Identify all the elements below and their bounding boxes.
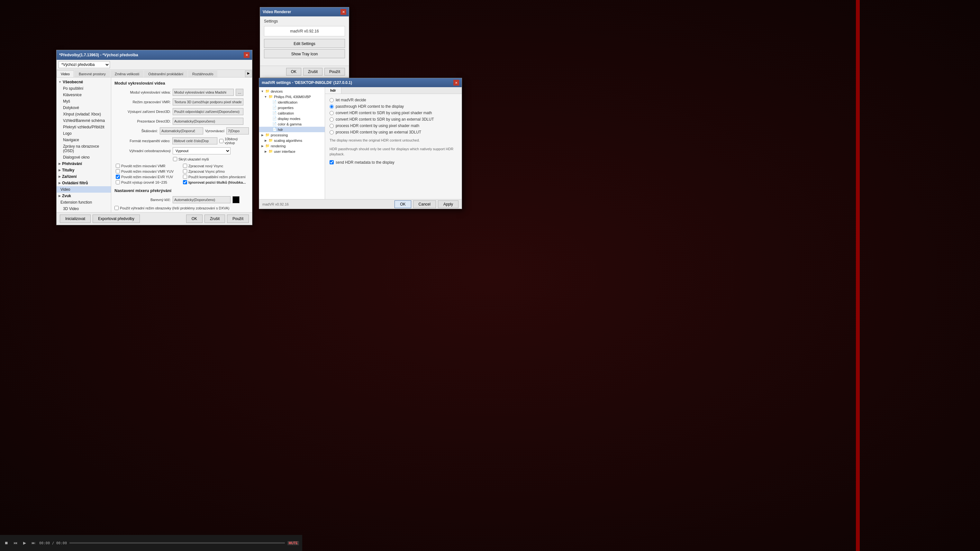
init-button[interactable]: Inicializovat	[60, 215, 91, 223]
madvr-ok-button[interactable]: OK	[395, 201, 411, 208]
sidebar-item-xinput[interactable]: XInput (ovladač Xbox)	[57, 111, 111, 118]
sidebar-item-3dvideo[interactable]: 3D Video	[57, 205, 111, 212]
radio-convert-shader-input[interactable]	[329, 111, 334, 115]
vr-apply-button[interactable]: Použít	[325, 68, 345, 76]
tree-item-scaling[interactable]: ▶ 📁 scaling algorithms	[259, 138, 325, 143]
cb-evr-yuv[interactable]: Povolit režim mixování EVR YUV	[116, 175, 182, 179]
send-hdr-checkbox[interactable]	[329, 160, 334, 164]
sidebar-item-vzhled[interactable]: Vzhled/Barevné schéma	[57, 118, 111, 124]
radio-let-madvr[interactable]: let madVR decide	[329, 98, 457, 102]
output-10bit-label[interactable]: 10bitový výstup	[219, 137, 249, 145]
send-hdr-option[interactable]: send HDR metadata to the display	[329, 160, 457, 165]
cb-output-level[interactable]: Použít výstup úrovně 16~235	[116, 180, 182, 184]
tree-item-processing[interactable]: ▶ 📁 processing	[259, 132, 325, 138]
tree-item-properties[interactable]: 📄 properties	[259, 105, 325, 110]
cb-vmr[interactable]: Povolit režim mixování VMR	[116, 164, 182, 168]
tree-item-hdr[interactable]: 📄 hdr	[259, 127, 325, 132]
tab-nav-arrow[interactable]: ▶	[245, 70, 252, 77]
sidebar-item-ovladani[interactable]: ▶ Ovládání filtrů	[57, 180, 111, 186]
radio-process-3dlut[interactable]: process HDR content by using an external…	[329, 130, 457, 134]
madvr-cancel-button[interactable]: Cancel	[413, 201, 436, 208]
dxva-checkbox[interactable]	[115, 206, 119, 210]
cb-ignore-pos[interactable]: Ignorovat pozici titulků (hloubka...	[183, 180, 249, 184]
cb-vmr-checkbox[interactable]	[116, 164, 120, 168]
vr-close-button[interactable]: ✕	[340, 9, 346, 15]
hide-cursor-checkbox[interactable]	[173, 157, 177, 161]
show-tray-button[interactable]: Show Tray Icon	[264, 49, 345, 58]
progress-bar[interactable]	[70, 542, 285, 544]
equalizing-input[interactable]	[226, 127, 249, 134]
preset-dropdown[interactable]: *Výchozí předvolba	[59, 61, 110, 68]
sidebar-item-navigace[interactable]: Navigace	[57, 137, 111, 143]
radio-process-shader-input[interactable]	[329, 124, 334, 128]
cb-vsync-primo[interactable]: Zpracovat Vsync přímo	[183, 169, 249, 174]
fullscreen-select[interactable]: Vypnout	[173, 147, 231, 154]
modul-browse-btn[interactable]: …	[235, 89, 243, 96]
edit-settings-button[interactable]: Edit Settings	[264, 39, 345, 48]
color-key-swatch[interactable]	[232, 196, 240, 203]
cb-new-vsync[interactable]: Zpracovat nový Vsync	[183, 164, 249, 168]
sidebar-item-vseobecne[interactable]: ▼ Všeobecné	[57, 79, 111, 85]
format-input[interactable]	[172, 137, 217, 145]
vr-cancel-button[interactable]: Zrušit	[303, 68, 323, 76]
sidebar-item-dialogove[interactable]: Dialogové okno	[57, 154, 111, 161]
dxva-label[interactable]: Použít výhradní režim obrazovky (řeší pr…	[115, 206, 249, 210]
output-10bit-checkbox[interactable]	[219, 139, 223, 143]
sidebar-item-video[interactable]: Video	[57, 186, 111, 193]
sidebar-item-mys[interactable]: Myš	[57, 98, 111, 105]
sidebar-item-prekryti[interactable]: Překrytí vzhledu/Přiblížit	[57, 124, 111, 130]
tree-item-calibration[interactable]: 📄 calibration	[259, 110, 325, 116]
play-button[interactable]: ▶	[21, 540, 28, 546]
cb-compat[interactable]: Použít kompatibilní režim převrácení	[183, 175, 249, 179]
d3d-output-input[interactable]	[173, 108, 243, 115]
cb-ignore-pos-checkbox[interactable]	[183, 180, 187, 184]
cb-new-vsync-checkbox[interactable]	[183, 164, 187, 168]
sidebar-item-logo[interactable]: Logo	[57, 130, 111, 137]
tab-odstraneni[interactable]: Odstranění prokládání	[144, 70, 188, 77]
sidebar-item-zvuk[interactable]: ▶ Zvuk	[57, 193, 111, 199]
tree-item-devices[interactable]: ▼ 📁 devices	[259, 88, 325, 94]
cb-vmr-yuv-checkbox[interactable]	[116, 169, 120, 174]
vmr-input[interactable]	[173, 99, 243, 105]
madvr-close-button[interactable]: ✕	[453, 80, 459, 86]
tree-item-identification[interactable]: 📄 identification	[259, 99, 325, 105]
sidebar-item-po-spusteni[interactable]: Po spuštění	[57, 85, 111, 92]
radio-let-madvr-input[interactable]	[329, 98, 334, 102]
predvolby-close-button[interactable]: ✕	[244, 52, 250, 58]
d3d-present-input[interactable]	[173, 118, 243, 125]
tree-item-philips[interactable]: ▼ 📁 Philips PHL 436M6VBP	[259, 94, 325, 99]
cb-compat-checkbox[interactable]	[183, 175, 187, 179]
tree-item-rendering[interactable]: ▶ 📁 rendering	[259, 143, 325, 149]
cb-vsync-primo-checkbox[interactable]	[183, 169, 187, 174]
hide-cursor-label[interactable]: Skrýt ukazatel myši	[173, 157, 249, 161]
color-key-input[interactable]	[173, 196, 231, 203]
radio-process-shader[interactable]: process HDR content by using pixel shade…	[329, 124, 457, 128]
tab-barevne[interactable]: Barevné prostory	[75, 70, 110, 77]
radio-convert-3dlut-input[interactable]	[329, 118, 334, 122]
radio-convert-3dlut[interactable]: convert HDR content to SDR by using an e…	[329, 117, 457, 122]
export-button[interactable]: Exportovat předvolby	[92, 215, 140, 223]
tab-zmena[interactable]: Změna velikosti	[111, 70, 143, 77]
stop-button[interactable]: ⏹	[3, 540, 10, 546]
radio-passthrough[interactable]: passthrough HDR content to the display	[329, 104, 457, 109]
tab-roztahnout[interactable]: Roztáhnout/o	[188, 70, 217, 77]
sidebar-item-dotykove[interactable]: Dotykové	[57, 105, 111, 111]
cb-evr-yuv-checkbox[interactable]	[116, 175, 120, 179]
madvr-tab-hdr[interactable]: hdr	[325, 87, 342, 94]
sidebar-item-klavesnice[interactable]: Klávesnice	[57, 92, 111, 98]
cancel-button[interactable]: Zrušit	[205, 215, 225, 223]
tab-video[interactable]: Video	[57, 70, 74, 77]
cb-output-level-checkbox[interactable]	[116, 180, 120, 184]
prev-button[interactable]: ⏮	[12, 540, 19, 546]
tree-item-ui[interactable]: ▶ 📁 user interface	[259, 149, 325, 154]
cb-vmr-yuv[interactable]: Povolit režim mixování VMR YUV	[116, 169, 182, 174]
scaling-input[interactable]	[160, 127, 203, 134]
madvr-apply-button[interactable]: Apply	[438, 201, 458, 208]
sidebar-item-extension[interactable]: Extension function	[57, 199, 111, 205]
radio-process-3dlut-input[interactable]	[329, 130, 334, 134]
tree-item-color-gamma[interactable]: 📄 color & gamma	[259, 121, 325, 127]
next-button[interactable]: ⏭	[30, 540, 37, 546]
sidebar-item-zpravy[interactable]: Zprávy na obrazovce (OSD)	[57, 143, 111, 154]
modul-input[interactable]	[173, 89, 234, 96]
tree-item-display-modes[interactable]: 📄 display modes	[259, 116, 325, 121]
